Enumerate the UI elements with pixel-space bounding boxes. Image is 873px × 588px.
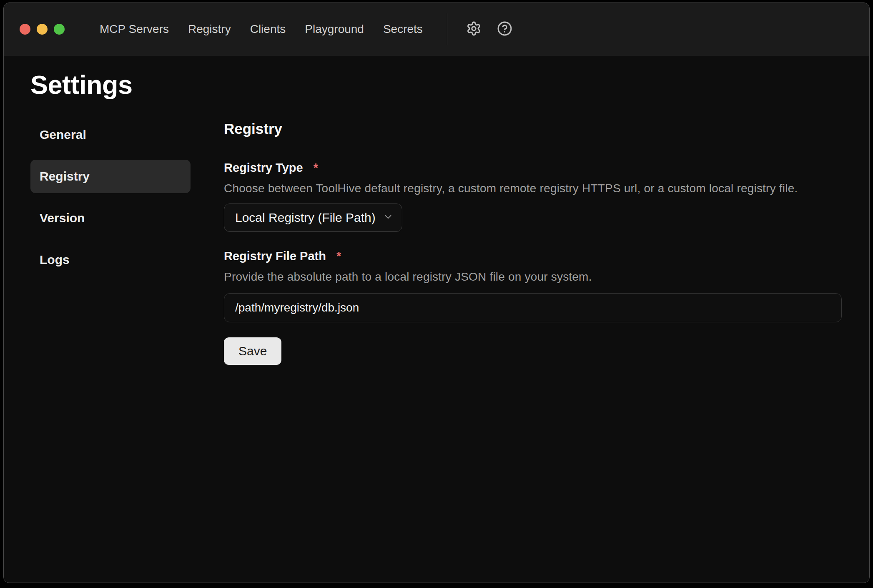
registry-type-description: Choose between ToolHive default registry… [224,182,842,195]
sidebar-item-registry[interactable]: Registry [30,160,191,193]
titlebar-divider [447,13,447,45]
file-path-label-row: Registry File Path * [224,249,842,263]
chevron-down-icon [383,211,394,224]
required-asterisk: * [336,249,341,263]
registry-type-label-row: Registry Type * [224,161,842,175]
gear-icon [466,21,482,38]
nav-item-registry[interactable]: Registry [188,23,231,36]
required-asterisk: * [314,161,318,175]
nav-item-clients[interactable]: Clients [250,23,286,36]
zoom-button[interactable] [54,24,65,35]
sidebar-item-general[interactable]: General [30,118,191,151]
nav-item-playground[interactable]: Playground [305,23,364,36]
window-controls [20,24,65,35]
registry-type-selected-value: Local Registry (File Path) [235,211,376,225]
settings-gear-button[interactable] [465,20,483,38]
settings-layout: General Registry Version Logs Registry R… [30,118,869,365]
nav-item-mcp-servers[interactable]: MCP Servers [100,23,169,36]
main-nav: MCP Servers Registry Clients Playground … [100,23,423,36]
nav-item-secrets[interactable]: Secrets [383,23,423,36]
registry-type-select[interactable]: Local Registry (File Path) [224,204,402,232]
registry-type-label: Registry Type [224,161,303,175]
titlebar-icons [465,20,514,38]
app-window: MCP Servers Registry Clients Playground … [3,3,870,583]
sidebar-item-logs[interactable]: Logs [30,243,191,276]
sidebar-item-version[interactable]: Version [30,201,191,235]
settings-sidebar: General Registry Version Logs [30,118,191,365]
page-content: Settings General Registry Version Logs R… [4,70,869,365]
minimize-button[interactable] [37,24,48,35]
titlebar: MCP Servers Registry Clients Playground … [4,3,869,55]
file-path-label: Registry File Path [224,249,326,263]
help-button[interactable] [496,20,514,38]
page-title: Settings [30,70,869,100]
close-button[interactable] [20,24,30,35]
file-path-input[interactable] [224,293,842,322]
file-path-description: Provide the absolute path to a local reg… [224,270,842,284]
section-heading: Registry [224,121,842,137]
help-icon [497,21,512,38]
registry-settings-panel: Registry Registry Type * Choose between … [224,118,842,365]
save-button[interactable]: Save [224,337,281,365]
